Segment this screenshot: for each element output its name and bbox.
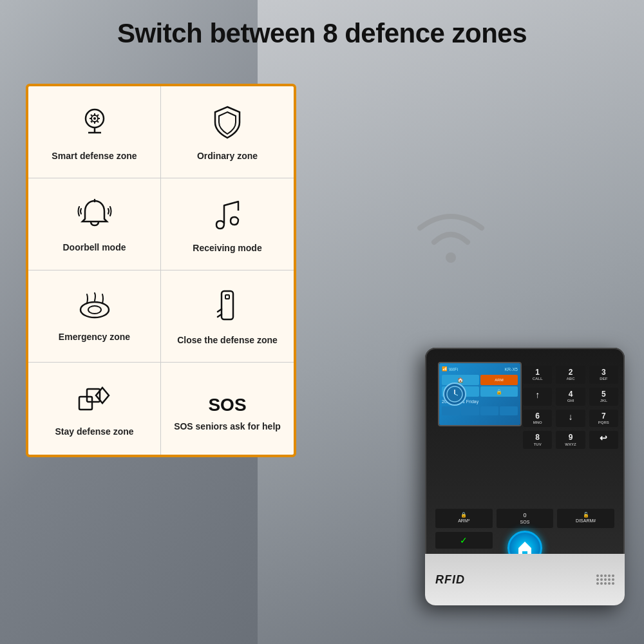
feature-ordinary-zone: Ordinary zone [161,86,294,178]
svg-marker-22 [96,388,109,403]
key-disarm[interactable]: 🔓DISARM# [557,509,614,528]
music-note-icon [213,196,242,237]
key-check[interactable]: ✓ [435,532,493,549]
feature-emergency-zone-label: Emergency zone [59,331,130,343]
shapes-icon [77,383,113,421]
wifi-signal-icon [399,193,502,270]
svg-point-4 [93,117,96,120]
key-2[interactable]: 2ABC [556,366,585,384]
key-0-sos[interactable]: 0SOS [497,509,554,528]
feature-stay-defense-label: Stay defense zone [55,426,133,437]
device-bottom-bar: RFID [425,554,625,605]
feature-emergency-zone: Emergency zone [28,270,161,363]
key-up[interactable]: ↑ [523,388,552,406]
key-7[interactable]: 7PQRS [589,410,618,428]
page-title: Switch between 8 defence zones [0,18,644,49]
feature-ordinary-zone-label: Ordinary zone [197,150,258,162]
speaker-grille [596,574,614,585]
feature-close-defense-label: Close the defense zone [177,334,278,346]
feature-smart-defense-label: Smart defense zone [52,150,137,162]
key-icon [213,289,242,329]
svg-rect-17 [225,295,229,299]
feature-sos-seniors: SOS SOS seniors ask for help [161,363,294,455]
feature-doorbell-mode-label: Doorbell mode [62,242,126,253]
key-1[interactable]: 1CALL [523,366,552,384]
key-arm[interactable]: 🔒ARM* [435,509,493,528]
key-8[interactable]: 8TUV [523,431,552,449]
svg-line-9 [91,115,92,116]
svg-point-23 [446,252,456,263]
sos-icon: SOS [208,387,246,415]
device-keypad: 1CALL 2ABC 3DEF ↑ 4GHI 5JKL 6MNO ↓ 7PQRS… [523,366,618,449]
svg-line-10 [97,121,99,122]
screen-content: 📶 WiFi KR-X5 🏠 ARM 📷 🔒 [439,363,520,425]
key-5[interactable]: 5JKL [589,388,618,406]
svg-line-11 [97,115,99,116]
feature-receiving-mode-label: Receiving mode [193,242,261,254]
shield-icon [211,104,243,145]
head-gear-icon [77,104,113,145]
svg-line-12 [91,121,92,122]
svg-point-14 [80,302,109,317]
key-4[interactable]: 4GHI [556,388,585,406]
key-back[interactable]: ↩ [589,431,618,449]
svg-rect-20 [79,397,92,410]
feature-receiving-mode: Receiving mode [161,178,294,270]
feature-card: Smart defense zone Ordinary zone D [26,84,296,457]
feature-smart-defense: Smart defense zone [28,86,161,178]
feature-doorbell-mode: Doorbell mode [28,178,161,270]
key-9[interactable]: 9WXYZ [556,431,585,449]
key-down[interactable]: ↓ [556,410,585,428]
device-screen: 📶 WiFi KR-X5 🏠 ARM 📷 🔒 [438,362,522,426]
feature-close-defense: Close the defense zone [161,270,294,363]
smoke-detector-icon [75,292,114,326]
feature-stay-defense: Stay defense zone [28,363,161,455]
rfid-label: RFID [435,573,465,587]
bell-icon [77,197,112,236]
svg-rect-21 [87,389,100,402]
alarm-device: 📶 WiFi KR-X5 🏠 ARM 📷 🔒 [425,348,625,605]
key-6[interactable]: 6MNO [523,410,552,428]
screen-clock [443,383,466,406]
svg-point-15 [88,306,101,314]
feature-sos-seniors-label: SOS seniors ask for help [174,421,281,432]
key-3[interactable]: 3DEF [589,366,618,384]
